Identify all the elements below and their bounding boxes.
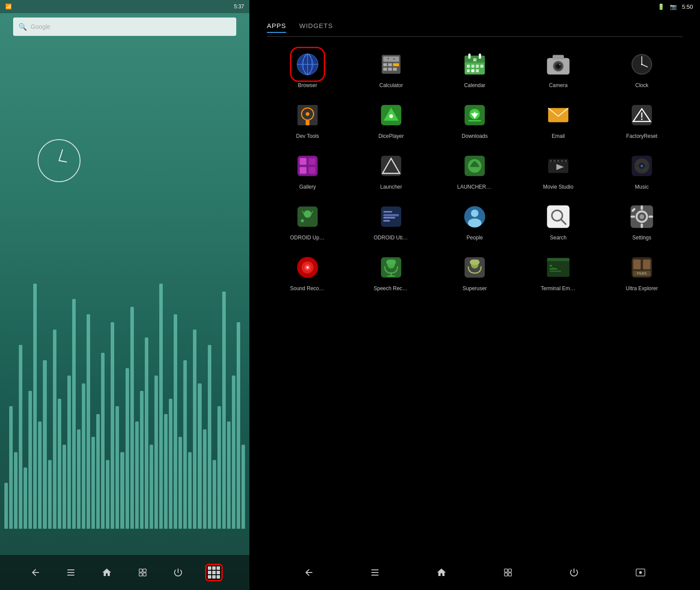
- power-button-left[interactable]: [169, 564, 187, 581]
- svg-rect-93: [383, 220, 390, 221]
- app-item-camera[interactable]: Camera: [518, 46, 599, 92]
- svg-rect-19: [393, 68, 397, 71]
- visualizer-bar: [96, 414, 100, 529]
- app-item-factoryreset[interactable]: FactoryReset: [601, 96, 682, 143]
- svg-rect-89: [381, 207, 401, 227]
- svg-point-47: [306, 112, 310, 116]
- app-item-calendar[interactable]: ▦Calendar: [434, 46, 515, 92]
- app-label-calendar: Calendar: [464, 82, 486, 88]
- app-item-soundrecorder[interactable]: Sound Recorder: [267, 249, 348, 295]
- wallpaper-area: [0, 40, 249, 555]
- svg-point-61: [641, 119, 642, 120]
- visualizer-bar: [9, 406, 13, 529]
- app-item-clock[interactable]: Clock: [601, 46, 682, 92]
- app-label-odroidupdate: ODROID Updat.: [290, 235, 325, 241]
- visualizer-bar: [222, 291, 226, 529]
- svg-rect-114: [386, 260, 396, 265]
- visualizer-bar: [208, 345, 211, 529]
- screenshot-button-right[interactable]: [632, 564, 649, 581]
- app-item-diceplayer[interactable]: DicePlayer: [350, 96, 432, 143]
- home-button-left[interactable]: [98, 564, 116, 581]
- drawer-tabs: APPS WIDGETS: [267, 22, 682, 37]
- app-icon-moviestudio: [543, 151, 574, 181]
- app-item-odroidupdate[interactable]: ODROID Updat.: [267, 198, 348, 244]
- app-item-people[interactable]: People: [434, 198, 515, 244]
- visualizer-bar: [120, 452, 124, 529]
- app-item-settings[interactable]: Settings: [601, 198, 682, 244]
- svg-rect-104: [640, 223, 643, 228]
- search-bar[interactable]: 🔍 Google: [13, 18, 236, 36]
- app-drawer-button[interactable]: [205, 564, 223, 581]
- visualizer-bar: [48, 460, 52, 529]
- visualizer-bar: [63, 445, 66, 529]
- app-item-terminalemula[interactable]: >_Terminal Emula.: [518, 249, 599, 295]
- app-item-calculator[interactable]: +=Calculator: [350, 46, 432, 92]
- screenshot-icon-right: 📷: [670, 4, 677, 10]
- app-item-moviestudio[interactable]: Movie Studio: [518, 147, 599, 193]
- visualizer-bar: [178, 437, 182, 529]
- app-item-ultraexplorer[interactable]: FILESUltra Explorer: [601, 249, 682, 295]
- svg-rect-92: [383, 217, 395, 218]
- app-item-music[interactable]: Music: [601, 147, 682, 193]
- svg-text:=: =: [393, 56, 395, 61]
- svg-rect-132: [504, 573, 508, 576]
- app-item-search[interactable]: Search: [518, 198, 599, 244]
- svg-rect-35: [553, 55, 564, 60]
- app-item-speechrecorder[interactable]: Speech Record.: [350, 249, 432, 295]
- app-icon-odroidupdate: [292, 201, 323, 232]
- left-panel: 📶 5:37 🔍 Google: [0, 0, 249, 590]
- svg-rect-24: [468, 53, 470, 59]
- app-item-downloads[interactable]: Downloads: [434, 96, 515, 143]
- app-item-browser[interactable]: Browser: [267, 46, 348, 92]
- svg-rect-76: [561, 160, 563, 162]
- visualizer-bar: [77, 429, 80, 529]
- app-item-superuser[interactable]: Superuser: [434, 249, 515, 295]
- svg-line-2: [59, 161, 66, 162]
- home-button-right[interactable]: [433, 564, 450, 581]
- app-item-gallery[interactable]: Gallery: [267, 147, 348, 193]
- svg-rect-133: [508, 573, 511, 576]
- visualizer-bar: [4, 483, 8, 529]
- visualizer-bar: [217, 406, 221, 529]
- app-label-launcherup: LAUNCHER UP.: [457, 184, 492, 190]
- visualizer-bar: [58, 399, 61, 529]
- back-button-right[interactable]: [300, 564, 318, 581]
- svg-rect-74: [553, 160, 556, 162]
- app-item-devtools[interactable]: Dev Tools: [267, 96, 348, 143]
- app-label-launcher: Launcher: [380, 184, 402, 190]
- svg-point-96: [468, 218, 482, 228]
- power-button-right[interactable]: [565, 564, 583, 581]
- recents-button-right[interactable]: [499, 564, 517, 581]
- visualizer-bar: [237, 322, 240, 529]
- menu-button-right[interactable]: [366, 564, 384, 581]
- app-icon-launcher: [376, 151, 406, 181]
- app-icon-soundrecorder: [292, 252, 323, 283]
- app-item-email[interactable]: Email: [518, 96, 599, 143]
- tab-widgets[interactable]: WIDGETS: [299, 22, 333, 33]
- tab-apps[interactable]: APPS: [267, 22, 286, 33]
- visualizer-bar: [169, 399, 172, 529]
- back-button-left[interactable]: [27, 564, 44, 581]
- app-icon-email: [543, 100, 574, 130]
- visualizer-bar: [135, 421, 139, 529]
- app-label-people: People: [466, 235, 483, 241]
- app-label-ultraexplorer: Ultra Explorer: [626, 285, 658, 291]
- svg-rect-123: [550, 269, 557, 270]
- menu-button-left[interactable]: [62, 564, 80, 581]
- visualizer-bar: [111, 322, 114, 529]
- app-item-launcher[interactable]: Launcher: [350, 147, 432, 193]
- svg-rect-66: [309, 167, 315, 174]
- app-label-soundrecorder: Sound Recorder: [290, 285, 325, 291]
- app-item-launcherup[interactable]: LAUNCHER UP.: [434, 147, 515, 193]
- app-label-diceplayer: DicePlayer: [378, 133, 404, 139]
- svg-rect-103: [640, 205, 643, 210]
- svg-rect-27: [467, 65, 470, 68]
- visualizer-bar: [203, 429, 206, 529]
- svg-rect-87: [305, 211, 310, 216]
- app-label-superuser: Superuser: [462, 285, 486, 291]
- visualizer-bar: [193, 330, 196, 529]
- app-item-odroidutil[interactable]: ODROID Utility: [350, 198, 432, 244]
- app-label-terminalemula: Terminal Emula.: [541, 285, 576, 291]
- visualizer-bar: [130, 307, 134, 529]
- recents-button-left[interactable]: [134, 564, 151, 581]
